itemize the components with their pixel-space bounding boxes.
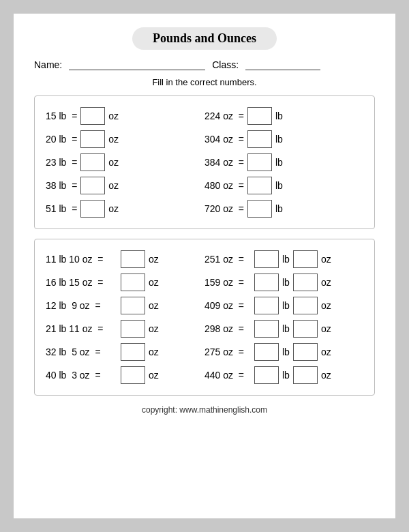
unit-label: lb (275, 134, 283, 145)
unit-label: lb (282, 370, 290, 381)
answer-box[interactable] (293, 366, 318, 384)
problem-row: 224 oz = lb (204, 104, 363, 128)
problem-row: 304 oz = lb (204, 128, 363, 151)
unit-label: oz (108, 157, 119, 168)
problem-text: 20 lb = (46, 134, 77, 145)
title-container: Pounds and Ounces (34, 27, 375, 50)
problem-row: 384 oz = lb (204, 151, 363, 174)
problem-row: 15 lb = oz (46, 104, 204, 128)
problem-row: 32 lb 5 oz = oz (46, 340, 204, 364)
unit-label: oz (321, 370, 331, 381)
answer-box[interactable] (121, 320, 145, 338)
problem-text: 409 oz = (204, 300, 251, 311)
section-2-box: 11 lb 10 oz = oz 16 lb 15 oz = oz 12 lb … (34, 239, 375, 396)
unit-label: lb (275, 180, 283, 191)
problem-row: 20 lb = oz (46, 128, 204, 151)
answer-box[interactable] (293, 250, 318, 268)
answer-box[interactable] (254, 297, 279, 314)
copyright-text: copyright: www.mathinenglish.com (34, 405, 375, 415)
section1-right: 224 oz = lb 304 oz = lb 384 oz = lb 480 … (204, 104, 363, 220)
problem-text: 11 lb 10 oz = (46, 254, 117, 265)
problem-text: 251 oz = (204, 254, 251, 265)
answer-box[interactable] (254, 366, 279, 384)
answer-box[interactable] (121, 250, 145, 268)
problem-row: 21 lb 11 oz = oz (46, 317, 204, 340)
answer-box[interactable] (80, 130, 105, 148)
unit-label: oz (108, 134, 119, 145)
answer-box[interactable] (80, 153, 105, 171)
name-class-row: Name: Class: (34, 59, 375, 70)
problem-row: 40 lb 3 oz = oz (46, 364, 204, 387)
problem-row: 159 oz = lb oz (204, 271, 363, 294)
unit-label: lb (275, 110, 283, 121)
section2-left: 11 lb 10 oz = oz 16 lb 15 oz = oz 12 lb … (46, 248, 204, 387)
problem-text: 440 oz = (204, 370, 251, 381)
problem-text: 16 lb 15 oz = (46, 277, 117, 288)
answer-box[interactable] (247, 107, 272, 125)
unit-label: oz (149, 346, 159, 357)
answer-box[interactable] (247, 177, 272, 194)
unit-label: oz (321, 300, 331, 311)
problem-row: 51 lb = oz (46, 197, 204, 220)
name-line (69, 59, 205, 70)
problem-row: 11 lb 10 oz = oz (46, 248, 204, 271)
section-2-grid: 11 lb 10 oz = oz 16 lb 15 oz = oz 12 lb … (46, 248, 363, 387)
answer-box[interactable] (121, 343, 145, 361)
problem-text: 298 oz = (204, 323, 251, 334)
unit-label: lb (282, 346, 290, 357)
problem-text: 38 lb = (46, 180, 77, 191)
answer-box[interactable] (293, 297, 318, 314)
unit-label: lb (282, 300, 290, 311)
problem-text: 275 oz = (204, 346, 251, 357)
answer-box[interactable] (80, 200, 105, 218)
problem-text: 40 lb 3 oz = (46, 370, 117, 381)
problem-row: 23 lb = oz (46, 151, 204, 174)
problem-row: 16 lb 15 oz = oz (46, 271, 204, 294)
problem-text: 23 lb = (46, 157, 77, 168)
class-label: Class: (212, 59, 239, 70)
name-label: Name: (34, 59, 62, 70)
answer-box[interactable] (121, 366, 145, 384)
answer-box[interactable] (293, 274, 318, 291)
problem-text: 480 oz = (204, 180, 244, 191)
answer-box[interactable] (254, 250, 279, 268)
problem-row: 12 lb 9 oz = oz (46, 294, 204, 317)
unit-label: oz (321, 277, 331, 288)
unit-label: oz (321, 254, 331, 265)
answer-box[interactable] (254, 274, 279, 291)
class-line (245, 59, 320, 70)
answer-box[interactable] (293, 320, 318, 338)
answer-box[interactable] (247, 130, 272, 148)
answer-box[interactable] (80, 107, 105, 125)
answer-box[interactable] (247, 153, 272, 171)
answer-box[interactable] (121, 297, 145, 314)
instruction-text: Fill in the correct numbers. (34, 77, 375, 87)
worksheet-title: Pounds and Ounces (132, 27, 277, 50)
answer-box[interactable] (121, 274, 145, 291)
problem-row: 298 oz = lb oz (204, 317, 363, 340)
problem-row: 38 lb = oz (46, 174, 204, 197)
answer-box[interactable] (254, 343, 279, 361)
unit-label: lb (282, 323, 290, 334)
problem-row: 275 oz = lb oz (204, 340, 363, 364)
problem-text: 21 lb 11 oz = (46, 323, 117, 334)
problem-row: 720 oz = lb (204, 197, 363, 220)
problem-row: 480 oz = lb (204, 174, 363, 197)
problem-row: 440 oz = lb oz (204, 364, 363, 387)
section1-left: 15 lb = oz 20 lb = oz 23 lb = oz 38 lb = (46, 104, 204, 220)
section2-right: 251 oz = lb oz 159 oz = lb oz 409 oz = (204, 248, 363, 387)
answer-box[interactable] (80, 177, 105, 194)
unit-label: oz (108, 203, 119, 214)
answer-box[interactable] (293, 343, 318, 361)
answer-box[interactable] (254, 320, 279, 338)
unit-label: oz (321, 346, 331, 357)
unit-label: oz (108, 110, 119, 121)
problem-text: 384 oz = (204, 157, 244, 168)
problem-text: 15 lb = (46, 110, 77, 121)
unit-label: oz (149, 300, 159, 311)
unit-label: oz (149, 254, 159, 265)
answer-box[interactable] (247, 200, 272, 218)
problem-text: 51 lb = (46, 203, 77, 214)
problem-text: 12 lb 9 oz = (46, 300, 117, 311)
problem-row: 409 oz = lb oz (204, 294, 363, 317)
